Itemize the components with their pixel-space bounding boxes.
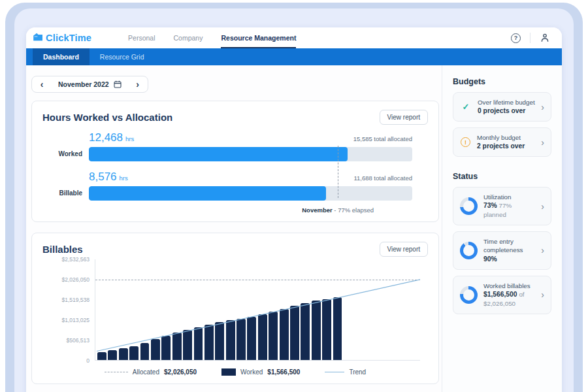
clicktime-logo-text: ClickTime bbox=[46, 33, 91, 43]
worked-row: Worked 12,468 hrs 15,585 total allocated bbox=[42, 131, 412, 161]
trend-line-swatch bbox=[325, 372, 344, 372]
plot-area bbox=[95, 259, 420, 361]
billables-chart: $2,532,563$2,026,050$1,519,538$1,013,025… bbox=[42, 259, 428, 361]
completeness-donut-icon bbox=[460, 242, 478, 259]
worked-hours-unit: hrs bbox=[125, 135, 134, 142]
app-window: ClickTime Personal Company Resource Mana… bbox=[26, 27, 562, 392]
elapsed-caption: November - 77% elapsed bbox=[302, 206, 374, 214]
chevron-right-icon: › bbox=[541, 202, 544, 211]
legend-trend: Trend bbox=[325, 368, 366, 376]
allocated-dash-swatch bbox=[105, 372, 128, 372]
worked-billables-card[interactable]: Worked billables $1,566,500 of $2,026,05… bbox=[453, 276, 551, 314]
app-header: ClickTime Personal Company Resource Mana… bbox=[26, 27, 562, 48]
hours-worked-card: Hours Worked vs Allocation View report W… bbox=[31, 101, 439, 222]
tab-resource-grid[interactable]: Resource Grid bbox=[90, 48, 155, 65]
hours-view-report-button[interactable]: View report bbox=[380, 110, 428, 125]
billables-card: Billables View report $2,532,563$2,026,0… bbox=[31, 233, 439, 384]
monthly-budget-card[interactable]: ! Monthly budget 2 projects over › bbox=[453, 127, 551, 157]
check-icon: ✓ bbox=[460, 102, 472, 112]
header-actions: ? bbox=[511, 33, 550, 43]
billable-progress-fill bbox=[89, 186, 326, 201]
nav-resource-management[interactable]: Resource Management bbox=[221, 27, 296, 48]
user-account-icon[interactable] bbox=[540, 33, 550, 43]
previous-month-button[interactable]: ‹ bbox=[32, 76, 52, 92]
nav-personal[interactable]: Personal bbox=[128, 27, 155, 48]
top-navigation: Personal Company Resource Management bbox=[128, 27, 296, 48]
billable-total-allocated: 11,688 total allocated bbox=[353, 174, 412, 182]
worked-bar-swatch bbox=[221, 368, 236, 376]
worked-label: Worked bbox=[42, 150, 89, 157]
legend-worked: Worked $1,566,500 bbox=[221, 368, 300, 376]
y-axis-tick: $2,026,050 bbox=[61, 276, 90, 283]
y-axis: $2,532,563$2,026,050$1,519,538$1,013,025… bbox=[42, 259, 95, 361]
month-label: November 2022 bbox=[58, 80, 109, 88]
worked-hours-value: 12,468 bbox=[89, 131, 123, 144]
billable-progress-track bbox=[89, 186, 412, 201]
help-icon[interactable]: ? bbox=[511, 33, 521, 43]
right-sidebar: Budgets ✓ Over lifetime budget 0 project… bbox=[442, 65, 562, 392]
billable-label: Billable bbox=[42, 189, 89, 197]
tab-dashboard[interactable]: Dashboard bbox=[33, 48, 90, 65]
utilization-donut-icon bbox=[460, 197, 478, 215]
time-entry-completeness-card[interactable]: Time entry completeness 90% › bbox=[453, 231, 551, 269]
y-axis-tick: 0 bbox=[86, 357, 90, 364]
billables-card-title: Billables bbox=[42, 244, 83, 255]
clicktime-logo[interactable]: ClickTime bbox=[33, 32, 91, 44]
calendar-icon bbox=[114, 80, 122, 88]
nav-company[interactable]: Company bbox=[174, 27, 203, 48]
worked-billables-donut-icon bbox=[460, 286, 478, 304]
main-content: ‹ November 2022 › Hours Worked vs Alloca… bbox=[26, 65, 442, 392]
billable-hours-unit: hrs bbox=[120, 174, 128, 182]
header-divider bbox=[530, 33, 531, 43]
hours-card-title: Hours Worked vs Allocation bbox=[42, 112, 172, 123]
chevron-right-icon: › bbox=[541, 290, 544, 299]
worked-progress-track bbox=[89, 147, 412, 161]
utilization-card[interactable]: Utilization 73% 77% planned › bbox=[453, 187, 551, 225]
billable-hours-value: 8,576 bbox=[89, 171, 117, 184]
chevron-right-icon: › bbox=[541, 138, 544, 147]
legend-allocated: Allocated $2,026,050 bbox=[105, 368, 197, 376]
clicktime-logo-icon bbox=[33, 32, 43, 44]
y-axis-tick: $1,013,025 bbox=[61, 317, 90, 323]
chevron-right-icon: › bbox=[541, 246, 544, 255]
chevron-right-icon: › bbox=[541, 103, 544, 112]
billables-view-report-button[interactable]: View report bbox=[380, 242, 428, 257]
trend-line bbox=[95, 259, 420, 361]
y-axis-tick: $2,532,563 bbox=[61, 256, 90, 263]
section-tab-bar: Dashboard Resource Grid bbox=[26, 48, 562, 65]
next-month-button[interactable]: › bbox=[128, 76, 148, 92]
worked-total-allocated: 15,585 total allocated bbox=[353, 135, 412, 142]
status-heading: Status bbox=[453, 172, 551, 181]
worked-progress-fill bbox=[89, 147, 348, 161]
date-navigator: ‹ November 2022 › bbox=[31, 76, 148, 93]
warning-icon: ! bbox=[461, 137, 470, 147]
budgets-heading: Budgets bbox=[453, 77, 551, 86]
month-picker[interactable]: November 2022 bbox=[52, 80, 128, 88]
elapsed-marker-line bbox=[338, 146, 338, 198]
hours-vs-allocation-chart: Worked 12,468 hrs 15,585 total allocated bbox=[42, 131, 428, 214]
chart-legend: Allocated $2,026,050 Worked $1,566,500 T… bbox=[42, 368, 428, 376]
y-axis-tick: $1,519,538 bbox=[61, 297, 90, 303]
y-axis-tick: $506,513 bbox=[67, 337, 90, 344]
billable-row: Billable 8,576 hrs 11,688 total allocate… bbox=[42, 171, 412, 201]
lifetime-budget-card[interactable]: ✓ Over lifetime budget 0 projects over › bbox=[453, 92, 551, 122]
